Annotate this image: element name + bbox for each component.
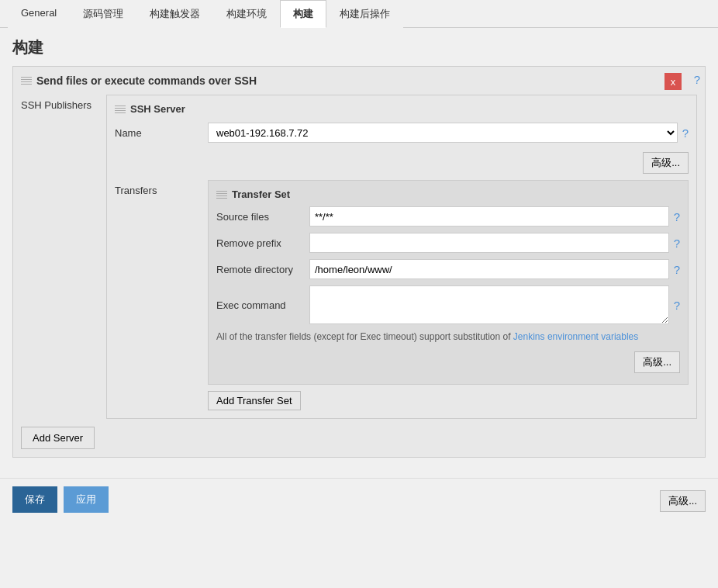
- plugin-help-icon[interactable]: ?: [694, 73, 700, 86]
- advanced-transfers-row: 高级...: [216, 348, 680, 373]
- name-row: Name web01-192.168.7.72 ?: [115, 123, 689, 143]
- transfer-set-drag-handle[interactable]: [216, 189, 227, 200]
- source-files-row: Source files **/** ?: [216, 206, 680, 227]
- remote-directory-help-icon[interactable]: ?: [674, 263, 680, 276]
- transfer-set-title: Transfer Set: [232, 189, 290, 200]
- transfers-content: Transfer Set Source files **/** ?: [208, 180, 689, 410]
- remote-directory-row: Remote directory /home/leon/www/ ?: [216, 259, 680, 279]
- bottom-bar: 保存 应用 高级...: [0, 478, 718, 521]
- ssh-server-header: SSH Server: [115, 103, 689, 115]
- bottom-advanced-button[interactable]: 高级...: [660, 490, 706, 512]
- exec-command-wrap: ?: [309, 285, 680, 324]
- remote-directory-wrap: /home/leon/www/ ?: [309, 259, 680, 279]
- remove-prefix-row: Remove prefix ?: [216, 233, 680, 253]
- name-label: Name: [115, 127, 208, 139]
- tab-env[interactable]: 构建环境: [213, 0, 280, 28]
- plugin-block-title: Send files or execute commands over SSH: [36, 74, 257, 87]
- transfer-set-header: Transfer Set: [216, 189, 680, 200]
- tab-build[interactable]: 构建: [280, 0, 326, 28]
- remove-prefix-help-icon[interactable]: ?: [674, 237, 680, 250]
- exec-command-textarea[interactable]: [309, 285, 669, 324]
- note-text: All of the transfer fields (except for E…: [216, 330, 680, 344]
- plugin-block-header: Send files or execute commands over SSH: [21, 74, 697, 87]
- exec-command-row: Exec command ?: [216, 285, 680, 324]
- name-control-wrap: web01-192.168.7.72 ?: [208, 123, 689, 143]
- main-content: Send files or execute commands over SSH …: [0, 66, 718, 470]
- advanced-row: 高级...: [115, 149, 689, 174]
- transfers-row: Transfers Transfer Set Source files: [115, 180, 689, 410]
- add-transfer-set-button[interactable]: Add Transfer Set: [208, 391, 301, 410]
- source-files-help-icon[interactable]: ?: [674, 210, 680, 223]
- exec-command-label: Exec command: [216, 299, 309, 311]
- exec-command-help-icon[interactable]: ?: [674, 299, 680, 312]
- plugin-block: Send files or execute commands over SSH …: [12, 66, 706, 458]
- ssh-server-drag-handle[interactable]: [115, 104, 126, 115]
- source-files-input[interactable]: **/**: [309, 206, 669, 227]
- save-button[interactable]: 保存: [12, 486, 57, 513]
- bottom-advanced-wrap: 高级...: [660, 487, 706, 512]
- ssh-server-title: SSH Server: [130, 103, 185, 115]
- tab-general[interactable]: General: [8, 0, 70, 28]
- remote-directory-label: Remote directory: [216, 264, 309, 275]
- transfer-set-panel: Transfer Set Source files **/** ?: [208, 180, 689, 385]
- jenkins-env-vars-link[interactable]: Jenkins environment variables: [513, 331, 638, 342]
- name-help-icon[interactable]: ?: [682, 126, 689, 140]
- publishers-row: SSH Publishers SSH Server Name web01-192…: [21, 95, 697, 419]
- tab-post[interactable]: 构建后操作: [326, 0, 403, 28]
- close-plugin-button[interactable]: x: [664, 73, 682, 90]
- tab-trigger[interactable]: 构建触发器: [136, 0, 213, 28]
- remove-prefix-wrap: ?: [309, 233, 680, 253]
- drag-handle-icon[interactable]: [21, 75, 32, 86]
- source-files-label: Source files: [216, 211, 309, 223]
- remove-prefix-label: Remove prefix: [216, 237, 309, 249]
- publishers-label: SSH Publishers: [21, 95, 106, 111]
- advanced-transfers-button[interactable]: 高级...: [634, 351, 680, 373]
- apply-button[interactable]: 应用: [64, 486, 109, 513]
- note-text-prefix: All of the transfer fields (except for E…: [216, 331, 513, 342]
- name-select[interactable]: web01-192.168.7.72: [208, 123, 678, 143]
- top-nav: General 源码管理 构建触发器 构建环境 构建 构建后操作: [0, 0, 718, 28]
- remove-prefix-input[interactable]: [309, 233, 669, 253]
- tab-source[interactable]: 源码管理: [70, 0, 136, 28]
- remote-directory-input[interactable]: /home/leon/www/: [309, 259, 669, 279]
- add-server-button[interactable]: Add Server: [21, 427, 95, 449]
- transfers-label: Transfers: [115, 180, 208, 196]
- ssh-server-panel: SSH Server Name web01-192.168.7.72 ? 高级.…: [106, 95, 697, 419]
- source-files-wrap: **/** ?: [309, 206, 680, 227]
- advanced-button[interactable]: 高级...: [643, 152, 689, 174]
- page-title: 构建: [0, 28, 718, 66]
